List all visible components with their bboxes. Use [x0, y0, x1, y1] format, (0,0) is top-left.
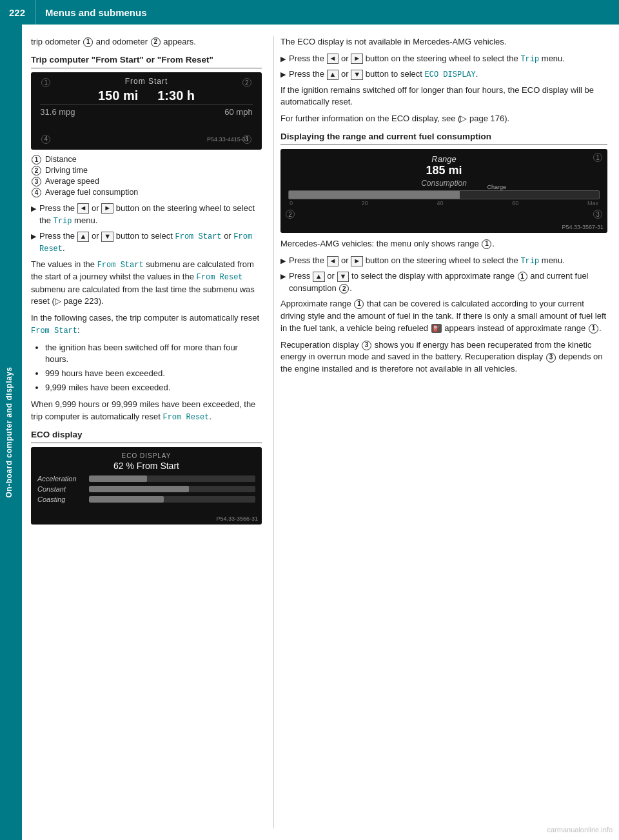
eco-display-label: ECO DISPLAY: [425, 70, 476, 79]
range-axis: 0 20 40 60 Max: [288, 200, 600, 206]
trip-section-rule: [31, 68, 262, 68]
eco-arrow-icon-1: ▶: [280, 54, 286, 65]
legend-num-3: 3: [32, 177, 41, 186]
range-display-title: Range: [288, 154, 600, 164]
trip-body-2: In the following cases, the trip compute…: [31, 312, 262, 337]
legend-label-3: Average speed: [45, 177, 99, 186]
trip-row-big: 150 mi 1:30 h: [40, 88, 252, 103]
corner-4: 4: [41, 135, 50, 144]
trip-bullet-1: ▶ Press the ◄ or ► button on the steerin…: [31, 203, 262, 227]
trip-body-3: When 9,999 hours or 99,999 miles have be…: [31, 399, 262, 423]
range-up-btn[interactable]: ▲: [313, 272, 325, 282]
trip-row-small: 31.6 mpg 60 mph: [40, 105, 252, 117]
from-start-inline-2: From Start: [31, 326, 77, 335]
down-btn[interactable]: ▼: [101, 232, 113, 242]
eco-bar-label-1: Acceleration: [37, 475, 89, 483]
trip-speed: 60 mph: [224, 107, 252, 117]
eco-bar-fill-3: [89, 496, 164, 503]
range-bullet-1-text: Press the ◄ or ► button on the steering …: [289, 255, 565, 267]
eco-right-btn[interactable]: ►: [351, 54, 363, 64]
eco-up-btn[interactable]: ▲: [327, 70, 339, 80]
legend-row-2: 2 Driving time: [31, 166, 262, 175]
trip-bullet-1-text: Press the ◄ or ► button on the steering …: [39, 203, 262, 227]
legend-row-4: 4 Average fuel consumption: [31, 188, 262, 197]
recup-num-2: 3: [546, 353, 556, 363]
num-1: 1: [83, 37, 93, 47]
range-arrow-icon-2: ▶: [280, 272, 286, 282]
bullet-item-2: 999 hours have been exceeded.: [45, 368, 262, 380]
from-reset-inline-2: From Reset: [162, 413, 209, 422]
left-btn[interactable]: ◄: [77, 203, 90, 214]
range-left-btn[interactable]: ◄: [327, 256, 339, 266]
arrow-icon-1: ▶: [31, 204, 36, 214]
range-bullet-2: ▶ Press ▲ or ▼ to select the display wit…: [280, 270, 607, 295]
side-tab-label: On-board computer and displays: [5, 366, 14, 497]
eco-left-btn[interactable]: ◄: [327, 54, 339, 64]
recup-num-1: 3: [362, 341, 371, 350]
eco-section-heading: ECO display: [31, 430, 262, 439]
eco-bar-fill-1: [89, 475, 147, 482]
trip-bullet-2-text: Press the ▲ or ▼ button to select From S…: [39, 230, 262, 255]
right-column: The ECO display is not available in Merc…: [274, 36, 619, 828]
bullet-item-1: the ignition has been switched off for m…: [45, 342, 262, 366]
page-number: 222: [0, 0, 36, 25]
eco-bar-label-2: Constant: [37, 485, 89, 493]
trip-bullet-2: ▶ Press the ▲ or ▼ button to select From…: [31, 230, 262, 255]
amg-note-text: Mercedes-AMG vehicles: the menu only sho…: [280, 239, 479, 248]
eco-bar-coasting: Coasting: [37, 495, 255, 503]
trip-bullet-list: the ignition has been switched off for m…: [37, 342, 262, 394]
range-arrow-icon-1: ▶: [280, 256, 286, 266]
eco-bar-acceleration: Acceleration: [37, 475, 255, 483]
range-consumption-label: Consumption: [288, 179, 600, 188]
range-trip-menu: Trip: [520, 257, 539, 266]
eco-arrow-1-text: Press the ◄ or ► button on the steering …: [289, 53, 565, 65]
legend-row-3: 3 Average speed: [31, 177, 262, 186]
right-btn[interactable]: ►: [101, 203, 113, 214]
legend-num-2: 2: [32, 166, 41, 175]
axis-0: 0: [290, 200, 293, 206]
range-section-heading: Displaying the range and current fuel co…: [280, 132, 607, 141]
eco-arrow-2-text: Press the ▲ or ▼ button to select ECO DI…: [289, 68, 478, 81]
eco-bar-track-2: [89, 486, 255, 492]
from-start-label: From Start: [175, 232, 222, 241]
range-right-btn[interactable]: ►: [351, 256, 363, 266]
amg-num: 1: [482, 239, 491, 249]
range-section-rule: [280, 145, 607, 145]
eco-down-btn[interactable]: ▼: [351, 70, 363, 80]
eco-display-subtitle: 62 % From Start: [37, 461, 255, 471]
trip-legend: 1 Distance 2 Driving time 3 Average spee…: [31, 155, 262, 197]
range-down-btn[interactable]: ▼: [337, 272, 349, 282]
fuel-icon: ⛽: [431, 324, 442, 333]
axis-40: 40: [437, 200, 443, 206]
eco-img-ref: P54.33-3566-31: [216, 515, 258, 522]
range-corner-3: 3: [593, 210, 602, 219]
eco-bar-label-3: Coasting: [37, 495, 89, 503]
up-btn[interactable]: ▲: [77, 232, 90, 242]
eco-body-1: If the ignition remains switched off for…: [280, 85, 607, 109]
legend-label-4: Average fuel consumption: [45, 188, 138, 197]
legend-num-4: 4: [32, 188, 41, 197]
eco-display-title: ECO DISPLAY: [37, 452, 255, 459]
range-num-2: 2: [339, 284, 349, 294]
intro-text: trip odometer 1 and odometer 2 appears.: [31, 36, 262, 48]
trip-body-1: The values in the From Start submenu are…: [31, 259, 262, 308]
trip-display: 1 2 3 4 From Start 150 mi 1:30 h 31.6 mp…: [31, 72, 262, 150]
trip-time: 1:30 h: [157, 88, 195, 103]
axis-max: Max: [587, 200, 598, 206]
trip-display-inner: 1 2 3 4 From Start 150 mi 1:30 h 31.6 mp…: [40, 77, 252, 145]
bullet-item-3: 9,999 miles have been exceeded.: [45, 382, 262, 394]
eco-arrow-icon-2: ▶: [280, 70, 286, 80]
trip-section-heading: Trip computer "From Start" or "From Rese…: [31, 55, 262, 65]
trip-menu-label: Trip: [54, 217, 72, 226]
arrow-icon-2: ▶: [31, 232, 36, 242]
side-tab: On-board computer and displays: [0, 25, 18, 840]
legend-row-1: 1 Distance: [31, 155, 262, 165]
eco-bar-track-1: [89, 475, 255, 482]
eco-bar-fill-2: [89, 486, 189, 492]
axis-60: 60: [512, 200, 518, 206]
range-bar-track: [288, 190, 600, 199]
range-body-2: Recuperation display 3 shows you if ener…: [280, 339, 607, 376]
axis-20: 20: [362, 200, 368, 206]
eco-bar-constant: Constant: [37, 485, 255, 493]
range-corner-1: 1: [593, 153, 602, 162]
